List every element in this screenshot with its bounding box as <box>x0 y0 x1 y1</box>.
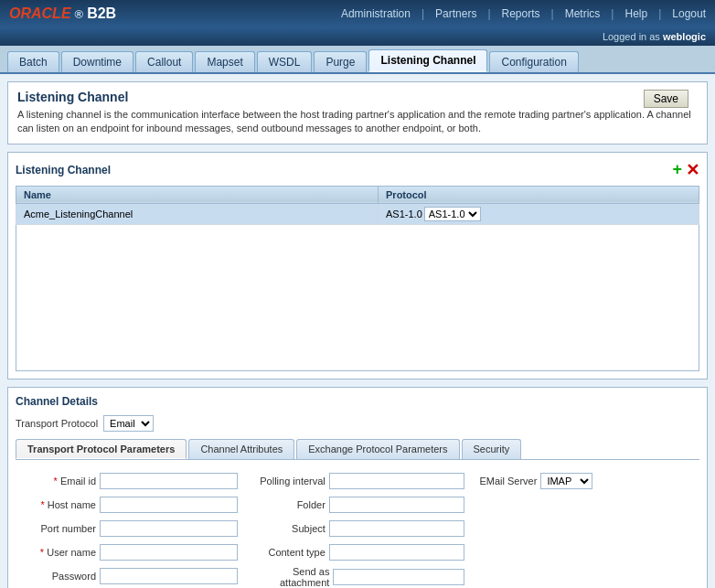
logged-in-label: Logged in as <box>603 31 660 42</box>
nav-logout[interactable]: Logout <box>672 7 706 20</box>
nav-metrics[interactable]: Metrics <box>565 7 601 20</box>
email-id-input[interactable] <box>100 473 238 489</box>
tab-configuration[interactable]: Configuration <box>489 51 578 72</box>
section-header: Listening Channel + ✕ <box>16 160 699 180</box>
subheader: Logged in as weblogic <box>0 27 715 46</box>
field-polling-interval: Polling interval <box>252 471 465 491</box>
password-input[interactable] <box>100 568 238 584</box>
channel-table: Name Protocol Acme_ListeningChannel AS1-… <box>16 186 699 225</box>
tab-mapset[interactable]: Mapset <box>195 51 254 72</box>
channel-details: Channel Details Transport Protocol Email… <box>7 387 708 588</box>
form-grid: Email id Host name Port number User name… <box>16 467 699 588</box>
nav-help[interactable]: Help <box>624 7 647 20</box>
tab-callout[interactable]: Callout <box>135 51 193 72</box>
section-title: Listening Channel <box>16 164 111 176</box>
field-send-attachment: Send as attachment <box>252 566 465 588</box>
host-name-input[interactable] <box>100 497 238 513</box>
form-col-1: Email id Host name Port number User name… <box>16 467 245 588</box>
field-host-name: Host name <box>23 495 238 515</box>
sub-tab-transport-params[interactable]: Transport Protocol Parameters <box>16 439 187 459</box>
email-id-label: Email id <box>23 476 96 486</box>
field-port-number: Port number <box>23 519 238 539</box>
b2b-logo-text: B2B <box>87 5 116 22</box>
channel-name-cell: Acme_ListeningChannel <box>16 203 379 224</box>
content-type-label: Content type <box>252 547 325 558</box>
field-user-name: User name <box>23 542 238 562</box>
field-password: Password <box>23 566 238 586</box>
field-folder: Folder <box>252 495 465 515</box>
protocol-cell: AS1-1.0 AS1-1.0 <box>379 203 699 224</box>
transport-label: Transport Protocol <box>16 418 98 429</box>
nav-partners[interactable]: Partners <box>435 7 476 20</box>
form-col-3: EMail Server IMAP POP3 SMTP <box>472 467 699 588</box>
tab-purge[interactable]: Purge <box>314 51 367 72</box>
table-spacer <box>16 225 699 371</box>
field-subject: Subject <box>252 519 465 539</box>
tab-listening-channel[interactable]: Listening Channel <box>368 49 487 72</box>
port-number-input[interactable] <box>100 520 238 537</box>
folder-label: Folder <box>252 499 325 510</box>
tab-wsdl[interactable]: WSDL <box>257 51 313 72</box>
polling-interval-label: Polling interval <box>252 476 325 486</box>
sub-tab-security[interactable]: Security <box>462 439 522 459</box>
col-protocol: Protocol <box>379 186 699 203</box>
host-name-label: Host name <box>23 499 96 510</box>
logo: ORACLE ® B2B <box>9 5 116 22</box>
field-content-type: Content type <box>252 542 465 562</box>
field-email-server: EMail Server IMAP POP3 SMTP <box>479 471 692 491</box>
channel-details-title: Channel Details <box>16 395 699 408</box>
page-description: A listening channel is the communication… <box>17 108 698 136</box>
add-channel-icon[interactable]: + <box>672 160 682 180</box>
send-attachment-label: Send as attachment <box>252 566 330 588</box>
polling-interval-input[interactable] <box>329 473 465 489</box>
save-button[interactable]: Save <box>644 90 688 108</box>
col-name: Name <box>16 186 379 203</box>
nav-reports[interactable]: Reports <box>502 7 540 20</box>
delete-channel-icon[interactable]: ✕ <box>686 160 699 180</box>
table-row[interactable]: Acme_ListeningChannel AS1-1.0 AS1-1.0 <box>16 203 699 224</box>
header-nav: Administration | Partners | Reports | Me… <box>341 7 706 20</box>
user-name-label: User name <box>23 547 96 558</box>
page-title-section: Listening Channel A listening channel is… <box>7 81 708 144</box>
page-title: Listening Channel <box>17 90 698 104</box>
transport-protocol-select[interactable]: Email HTTP FTP SFTP <box>103 415 154 432</box>
port-number-label: Port number <box>23 523 96 534</box>
email-server-label: EMail Server <box>479 476 537 486</box>
nav-administration[interactable]: Administration <box>341 7 411 20</box>
tab-batch[interactable]: Batch <box>7 51 59 72</box>
listening-channel-section: Listening Channel + ✕ Name Protocol Acme… <box>7 152 708 380</box>
tab-downtime[interactable]: Downtime <box>61 51 133 72</box>
protocol-value: AS1-1.0 <box>386 208 422 219</box>
sub-tab-channel-attrs[interactable]: Channel Attributes <box>188 439 294 459</box>
subject-input[interactable] <box>329 520 465 537</box>
tabs-bar: Batch Downtime Callout Mapset WSDL Purge… <box>0 46 715 74</box>
field-email-id: Email id <box>23 471 238 491</box>
send-attachment-input[interactable] <box>333 569 464 585</box>
username: weblogic <box>663 31 706 42</box>
content-type-input[interactable] <box>329 544 465 561</box>
protocol-select[interactable]: AS1-1.0 <box>424 207 481 221</box>
sub-tabs: Transport Protocol Parameters Channel At… <box>16 439 699 460</box>
password-label: Password <box>23 571 96 582</box>
action-icons: + ✕ <box>672 160 699 180</box>
main-content: Listening Channel A listening channel is… <box>0 74 715 588</box>
sub-tab-exchange-params[interactable]: Exchange Protocol Parameters <box>296 439 459 459</box>
transport-row: Transport Protocol Email HTTP FTP SFTP <box>16 415 699 432</box>
email-server-select[interactable]: IMAP POP3 SMTP <box>540 473 592 489</box>
subject-label: Subject <box>252 523 325 534</box>
oracle-logo-text: ORACLE <box>9 5 71 22</box>
folder-input[interactable] <box>329 497 465 513</box>
form-col-2: Polling interval Folder Subject Content … <box>245 467 473 588</box>
user-name-input[interactable] <box>100 544 238 561</box>
header: ORACLE ® B2B Administration | Partners |… <box>0 0 715 27</box>
